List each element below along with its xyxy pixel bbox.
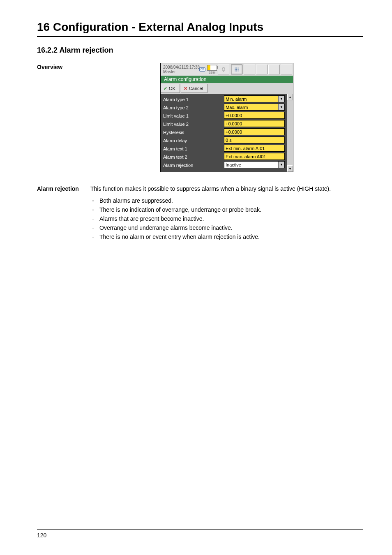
scrollbar[interactable]: ▲ ▼	[287, 94, 293, 172]
footer-rule	[37, 529, 363, 530]
chevron-down-icon: ▼	[278, 96, 284, 102]
form-label: Limit value 1	[163, 112, 224, 120]
list-item: Both alarms are suppressed.	[90, 197, 363, 204]
scroll-up-icon[interactable]: ▲	[287, 94, 293, 100]
screenshot-wrapper: 2008/04/21 15:17:38 Master CF 33%	[90, 63, 363, 172]
ok-label: OK	[169, 86, 175, 91]
battery-icon	[207, 65, 217, 71]
svg-rect-7	[236, 71, 237, 72]
cancel-button[interactable]: ✕ Cancel	[181, 84, 208, 93]
svg-rect-2	[238, 68, 239, 69]
field-value: Min. alarm	[226, 97, 247, 102]
alarm-type-2-select[interactable]: Max. alarm▼	[224, 104, 285, 111]
form-area: Alarm type 1 Alarm type 2 Limit value 1 …	[161, 94, 287, 172]
field-value: Inactive	[226, 162, 241, 167]
form-label: Alarm type 2	[163, 104, 224, 112]
master-text: Master	[163, 69, 197, 74]
blank-button	[268, 65, 280, 74]
date-time-block: 2008/04/21 15:17:38 Master	[161, 65, 199, 74]
form-label: Limit value 2	[163, 120, 224, 128]
system-header: 2008/04/21 15:17:38 Master CF 33%	[161, 63, 293, 76]
paragraph-label: Alarm rejection	[37, 185, 90, 192]
form-label: Alarm delay	[163, 136, 224, 145]
bullet-list: Both alarms are suppressed. There is no …	[90, 197, 363, 240]
svg-rect-8	[238, 71, 239, 72]
limit-value-2-field[interactable]: +0.0000	[224, 120, 285, 127]
x-icon: ✕	[184, 86, 187, 91]
paragraph-content: This function makes it possible to suppr…	[90, 185, 363, 243]
form-label: Alarm rejection	[163, 161, 224, 169]
alarm-bell-icon[interactable]	[218, 65, 229, 74]
overview-row: Overview 2008/04/21 15:17:38 Master CF	[37, 63, 363, 172]
overview-label: Overview	[37, 63, 90, 70]
list-item: There is no indication of overrange, und…	[90, 206, 363, 213]
svg-rect-5	[238, 69, 239, 70]
paragraph-text: This function makes it possible to suppr…	[90, 185, 363, 193]
check-icon: ✓	[164, 86, 167, 91]
alarm-text-1-field[interactable]: Ext min. alarm AI01	[224, 145, 285, 152]
field-value: Max. alarm	[226, 105, 248, 110]
form-label-column: Alarm type 1 Alarm type 2 Limit value 1 …	[163, 95, 224, 169]
svg-rect-0	[235, 68, 236, 69]
alarm-rejection-select[interactable]: Inactive▼	[224, 161, 285, 168]
cf-card-icon: CF	[199, 67, 205, 72]
list-item: There is no alarm or event entry when al…	[90, 234, 363, 240]
chevron-down-icon: ▼	[278, 104, 284, 110]
chapter-title: 16 Configuration - External Analog Input…	[37, 21, 363, 34]
list-item: Alarms that are present become inactive.	[90, 215, 363, 222]
cancel-label: Cancel	[189, 86, 203, 91]
limit-value-1-field[interactable]: +0.0000	[224, 112, 285, 119]
alarm-type-1-select[interactable]: Min. alarm▼	[224, 95, 285, 102]
battery-group: CF 33%	[199, 65, 217, 74]
page: 16 Configuration - External Analog Input…	[0, 0, 392, 555]
date-text: 2008/04/21	[163, 65, 184, 69]
form-label: Hysteresis	[163, 128, 224, 136]
dialog-title: Alarm configuration	[161, 76, 293, 83]
svg-rect-4	[236, 69, 237, 70]
ok-button[interactable]: ✓ OK	[161, 84, 180, 93]
hysteresis-field[interactable]: +0.0000	[224, 128, 285, 135]
app-screenshot: 2008/04/21 15:17:38 Master CF 33%	[160, 63, 293, 172]
page-footer: 120	[37, 529, 363, 539]
alarm-rejection-section: Alarm rejection This function makes it p…	[37, 185, 363, 243]
svg-rect-1	[236, 68, 237, 69]
alarm-text-2-field[interactable]: Ext max. alarm AI01	[224, 153, 285, 160]
section-title: 16.2.2 Alarm rejection	[37, 46, 363, 55]
form-label: Alarm text 2	[163, 153, 224, 161]
page-number: 120	[37, 532, 363, 539]
blank-button	[281, 65, 292, 74]
blank-button	[244, 65, 255, 74]
time-text: 15:17:38	[184, 65, 200, 69]
scroll-down-icon[interactable]: ▼	[287, 165, 293, 172]
blank-toolbar	[244, 65, 293, 74]
list-item: Overrange und underrange alarms become i…	[90, 224, 363, 231]
form-value-column: Min. alarm▼ Max. alarm▼ +0.0000 +0.0000 …	[224, 95, 286, 169]
keypad-icon[interactable]	[231, 65, 242, 74]
svg-rect-3	[235, 69, 236, 70]
chevron-down-icon: ▼	[278, 162, 284, 168]
blank-button	[256, 65, 267, 74]
form-label: Alarm text 1	[163, 145, 224, 153]
chapter-rule	[37, 36, 363, 37]
battery-percent: 33%	[209, 71, 215, 74]
svg-rect-6	[235, 71, 236, 72]
form-label: Alarm type 1	[163, 95, 224, 104]
alarm-delay-field[interactable]: 0 s	[224, 136, 285, 143]
dialog-toolbar: ✓ OK ✕ Cancel	[161, 83, 293, 94]
